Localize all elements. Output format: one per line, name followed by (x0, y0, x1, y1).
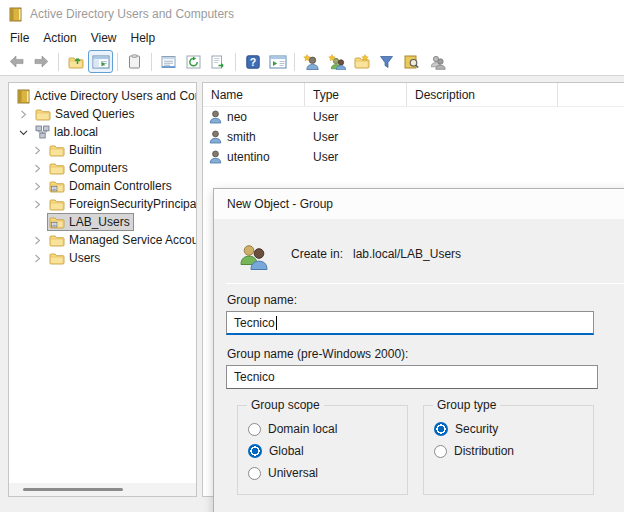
find-button[interactable] (399, 50, 424, 73)
radio-label[interactable]: Universal (268, 466, 318, 480)
scrollbar-thumb[interactable] (23, 488, 123, 491)
clipboard-button[interactable] (122, 50, 147, 73)
tree-item-builtin[interactable]: Builtin (9, 141, 196, 159)
menu-file[interactable]: File (3, 29, 36, 47)
chevron-right-icon[interactable] (16, 110, 33, 119)
tree-item-label: Domain Controllers (69, 179, 172, 193)
folder-icon (49, 234, 65, 247)
toolbar-separator (117, 53, 118, 71)
back-arrow-button[interactable] (4, 50, 29, 73)
chevron-right-icon[interactable] (30, 200, 47, 209)
chevron-right-icon[interactable] (30, 236, 47, 245)
menu-action[interactable]: Action (36, 29, 83, 47)
console-tree-pane: Active Directory Users and ComputersSave… (8, 82, 197, 497)
folder-icon (49, 162, 65, 175)
group-icon (238, 243, 270, 273)
toolbar: ? (0, 48, 624, 76)
radio-label[interactable]: Global (269, 444, 304, 458)
list-item-smith[interactable]: smithUser (203, 127, 624, 147)
chevron-right-icon[interactable] (30, 164, 47, 173)
tree-item-saved-queries[interactable]: Saved Queries (9, 105, 196, 123)
tree-item-lab-local[interactable]: lab.local (9, 123, 196, 141)
radio-domain-local[interactable]: Domain local (248, 418, 407, 440)
column-header-description[interactable]: Description (407, 83, 558, 106)
user-icon (209, 150, 222, 164)
chevron-right-icon[interactable] (30, 254, 47, 263)
console-tree: Active Directory Users and ComputersSave… (9, 83, 196, 267)
radio-global[interactable]: Global (248, 440, 407, 462)
new-object-group-dialog: New Object - Group Create in: lab.local/… (213, 188, 624, 512)
group-name-pre2000-input[interactable]: Tecnico (226, 365, 598, 389)
radio-distribution[interactable]: Distribution (434, 440, 593, 462)
forward-arrow-icon (33, 54, 50, 69)
folder-icon (49, 144, 65, 157)
radio-button-icon[interactable] (248, 423, 261, 436)
radio-security[interactable]: Security (434, 418, 593, 440)
dialog-body: Create in: lab.local/LAB_Users Group nam… (214, 219, 624, 512)
tree-item-users[interactable]: Users (9, 249, 196, 267)
tree-horizontal-scrollbar[interactable] (9, 483, 196, 496)
group-scope-box: Group scope Domain localGlobalUniversal (237, 405, 408, 495)
special-users-icon (428, 54, 446, 70)
radio-universal[interactable]: Universal (248, 462, 407, 484)
chevron-right-icon[interactable] (30, 146, 47, 155)
up-one-level-icon (67, 55, 84, 69)
properties-sheet-button[interactable] (156, 50, 181, 73)
create-in-path: lab.local/LAB_Users (353, 247, 461, 261)
view-menu-button[interactable] (265, 50, 290, 73)
ou-folder-icon (49, 216, 65, 229)
filter-icon (379, 55, 394, 69)
special-users-button[interactable] (424, 50, 449, 73)
tree-item-foreignsecurityprincipals[interactable]: ForeignSecurityPrincipals (9, 195, 196, 213)
console-tree-icon (92, 55, 110, 69)
forward-arrow-button[interactable] (29, 50, 54, 73)
menu-help[interactable]: Help (124, 29, 163, 47)
back-arrow-icon (8, 54, 25, 69)
column-header-type[interactable]: Type (305, 83, 407, 106)
tree-item-label: ForeignSecurityPrincipals (69, 197, 196, 211)
column-header-name[interactable]: Name (203, 83, 305, 106)
list-item-utentino[interactable]: utentinoUser (203, 147, 624, 167)
user-icon (209, 130, 222, 144)
radio-label[interactable]: Domain local (268, 422, 337, 436)
window-title: Active Directory Users and Computers (30, 7, 234, 21)
tree-item-label: LAB_Users (69, 215, 130, 229)
chevron-right-icon[interactable] (30, 182, 47, 191)
export-list-button[interactable] (206, 50, 231, 73)
folder-icon (49, 198, 65, 211)
radio-button-icon[interactable] (248, 467, 261, 480)
tree-item-lab-users[interactable]: LAB_Users (9, 213, 196, 231)
radio-label[interactable]: Distribution (454, 444, 514, 458)
list-header: NameTypeDescription (203, 83, 624, 107)
toolbar-separator (235, 53, 236, 71)
object-name: neo (227, 110, 247, 124)
dialog-title: New Object - Group (227, 197, 333, 211)
svg-text:?: ? (249, 55, 255, 67)
toolbar-separator (294, 53, 295, 71)
up-one-level-button[interactable] (63, 50, 88, 73)
radio-button-icon[interactable] (434, 445, 447, 458)
menu-view[interactable]: View (84, 29, 124, 47)
tree-item-managed-service-accounts[interactable]: Managed Service Accounts (9, 231, 196, 249)
new-ou-icon (353, 54, 370, 69)
group-name-input[interactable]: Tecnico (226, 311, 594, 335)
tree-item-computers[interactable]: Computers (9, 159, 196, 177)
console-tree-button[interactable] (88, 50, 113, 73)
filter-button[interactable] (374, 50, 399, 73)
tree-item-domain-controllers[interactable]: Domain Controllers (9, 177, 196, 195)
radio-button-icon[interactable] (248, 444, 262, 458)
new-group-button[interactable] (324, 50, 349, 73)
help-button[interactable]: ? (240, 50, 265, 73)
tree-item-label: Builtin (69, 143, 102, 157)
dialog-separator (226, 283, 624, 284)
tree-item-active-directory-users-and-computers[interactable]: Active Directory Users and Computers (9, 87, 196, 105)
new-user-button[interactable] (299, 50, 324, 73)
domain-icon (35, 125, 50, 139)
new-ou-button[interactable] (349, 50, 374, 73)
radio-button-icon[interactable] (434, 422, 448, 436)
radio-label[interactable]: Security (455, 422, 498, 436)
refresh-button[interactable] (181, 50, 206, 73)
list-item-neo[interactable]: neoUser (203, 107, 624, 127)
chevron-down-icon[interactable] (16, 128, 33, 137)
content-area: Active Directory Users and ComputersSave… (0, 76, 624, 512)
